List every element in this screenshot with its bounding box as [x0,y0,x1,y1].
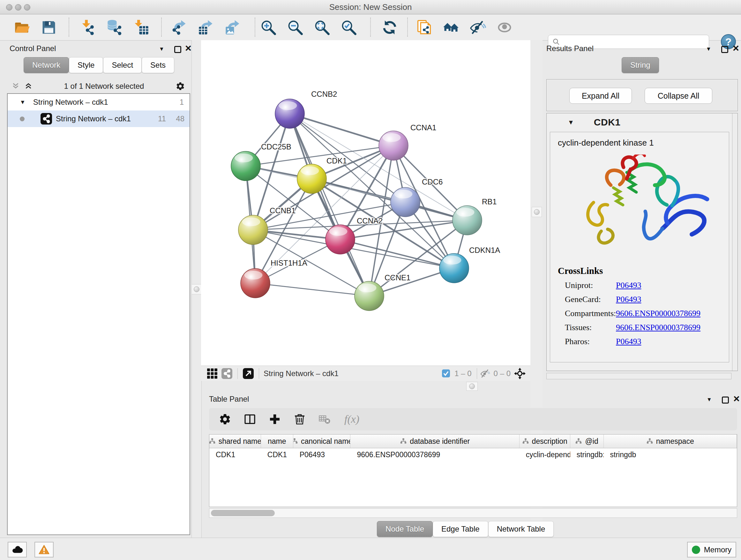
tab-select[interactable]: Select [103,57,142,73]
hidden-eye-icon[interactable] [479,368,491,380]
tab-string[interactable]: String [622,57,659,73]
column-header-canonical-name[interactable]: canonical name [293,435,351,448]
table-horizontal-scrollbar[interactable] [209,508,737,518]
delete-table-button[interactable] [318,412,332,426]
table-panel-close-icon[interactable]: × [733,395,740,401]
gene-section-header[interactable]: ▼ CDK1 [547,113,738,131]
network-node-RB1[interactable]: RB1 [453,197,497,235]
crosslink-link[interactable]: 9606.ENSP00000378699 [616,309,700,318]
scrollbar-thumb[interactable] [211,510,275,516]
tab-style[interactable]: Style [69,57,103,73]
collapse-all-chevron-icon[interactable] [11,82,20,90]
network-node-CDC25B[interactable]: CDC25B [231,142,291,181]
table-cell[interactable]: CDK1 [261,448,293,461]
results-panel-close-icon[interactable]: × [733,45,739,51]
selected-count: 1 – 0 [455,369,471,378]
grid-view-icon[interactable] [206,368,218,380]
crosslink-link[interactable]: P06493 [616,337,641,347]
crosslink-link[interactable]: 9606.ENSP00000378699 [616,323,700,332]
column-header--id[interactable]: @id [570,435,604,448]
show-columns-button[interactable] [243,412,257,426]
bottom-splitter-grip[interactable] [466,382,478,391]
column-label: description [532,437,567,446]
table-options-gear-button[interactable] [218,412,232,426]
zoom-selected-button[interactable] [340,18,358,37]
network-node-CCNE1[interactable]: CCNE1 [354,273,410,311]
zoom-in-button[interactable] [259,18,278,37]
crosslink-row: Compartments:9606.ENSP00000378699 [558,309,700,318]
tab-sets[interactable]: Sets [142,57,174,73]
table-panel-menu-caret-icon[interactable]: ▼ [706,396,712,403]
right-splitter-grip[interactable] [532,207,542,217]
tab-node-table[interactable]: Node Table [377,521,433,537]
crosslink-link[interactable]: P06493 [616,295,641,304]
table-cell[interactable]: P06493 [293,448,351,461]
column-header-description[interactable]: description [520,435,570,448]
delete-column-button[interactable] [293,412,307,426]
crosslink-link[interactable]: P06493 [616,281,641,290]
network-node-CDKN1A[interactable]: CDKN1A [440,246,500,283]
left-splitter-grip[interactable] [192,284,202,294]
expand-all-button[interactable]: Expand All [569,88,632,104]
collapse-all-button[interactable]: Collapse All [645,88,712,104]
network-options-gear-icon[interactable] [176,81,185,91]
create-column-button[interactable] [268,412,282,426]
network-node-CCNB2[interactable]: CCNB2 [275,90,337,128]
network-row-selected[interactable]: String Network – cdk1 11 48 [8,111,190,127]
tree-caret-icon[interactable]: ▼ [20,99,25,106]
clone-network-button[interactable] [415,18,433,37]
tab-edge-table[interactable]: Edge Table [433,521,488,537]
table-cell[interactable]: stringdb:9... [570,448,604,461]
export-image-button[interactable] [223,18,242,37]
column-header-namespace[interactable]: namespace [604,435,737,448]
home-button[interactable] [442,18,460,37]
table-cell[interactable]: CDK1 [209,448,261,461]
selected-items-checkbox[interactable] [440,368,452,380]
zoom-out-button[interactable] [286,18,305,37]
hide-panel-button[interactable] [468,18,487,37]
tab-network[interactable]: Network [23,57,69,73]
network-node-CCNA1[interactable]: CCNA1 [379,123,436,160]
expand-all-chevron-icon[interactable] [24,82,32,90]
zoom-fit-button[interactable] [313,18,331,37]
table-cell[interactable]: 9606.ENSP00000378699 [350,448,519,461]
results-panel-menu-caret-icon[interactable]: ▼ [706,46,711,52]
import-table-button[interactable] [132,18,151,37]
function-builder-button[interactable]: f(x) [342,413,361,426]
tab-network-table[interactable]: Network Table [488,521,554,537]
show-panel-button[interactable] [495,18,514,37]
table-panel-float-icon[interactable] [722,396,729,403]
column-header-database-identifier[interactable]: database identifier [350,435,519,448]
results-vertical-scrollbar[interactable] [732,113,738,371]
table-cell[interactable]: stringdb [604,448,737,461]
import-network-button[interactable] [78,18,97,37]
control-panel-menu-caret-icon[interactable]: ▼ [159,46,164,52]
column-header-shared-name[interactable]: shared name [209,435,261,448]
move-crosshair-icon[interactable] [514,368,526,380]
gene-section-caret-icon[interactable]: ▼ [568,119,574,126]
network-badge-gray-icon[interactable] [221,368,233,380]
network-canvas[interactable]: CCNB2CCNA1CDC25BCDK1CDC6RB1CCNB1CCNA2CDK… [201,40,530,366]
export-table-button[interactable] [197,18,215,37]
network-node-CDK1[interactable]: CDK1 [297,157,347,193]
network-view-toolbar: String Network – cdk1 1 – 0 0 – 0 [201,366,530,381]
control-panel-float-icon[interactable] [174,46,181,53]
table-cell[interactable]: cyclin-dependent ... [520,448,570,461]
network-tree: ▼ String Network – cdk1 1 String Network… [7,93,190,535]
results-horizontal-scrollbar[interactable] [546,373,731,379]
export-network-button[interactable] [170,18,188,37]
import-network-database-button[interactable] [105,18,124,37]
open-session-button[interactable] [13,18,31,37]
column-header-name[interactable]: name [261,435,293,448]
memory-button[interactable]: Memory [687,542,736,557]
cloud-status-button[interactable] [8,542,27,557]
export-view-badge-icon[interactable] [242,368,254,380]
refresh-button[interactable] [381,18,399,37]
save-session-button[interactable] [40,18,58,37]
network-collection-row[interactable]: ▼ String Network – cdk1 1 [8,94,190,111]
import-table-icon [133,19,150,36]
results-panel-float-icon[interactable] [721,46,728,53]
warnings-button[interactable] [35,542,54,557]
control-panel-close-icon[interactable]: × [185,45,192,51]
network-node-HIST1H1A[interactable]: HIST1H1A [241,259,307,298]
